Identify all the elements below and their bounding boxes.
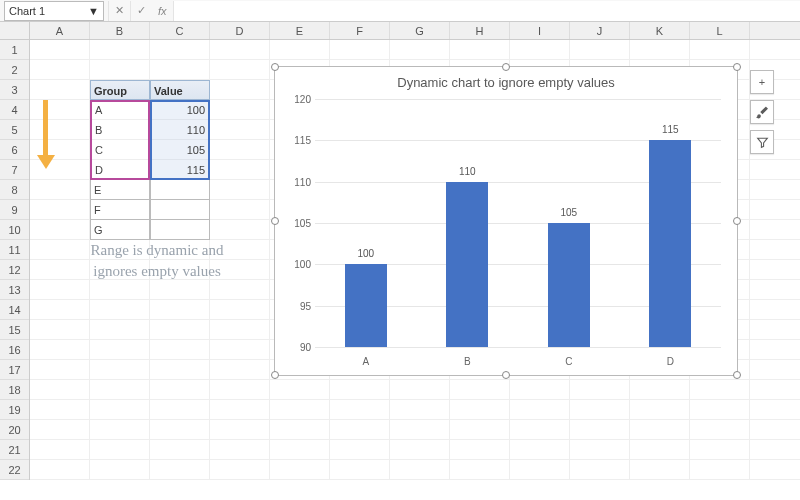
row-header[interactable]: 15 [0,320,29,340]
name-box-value: Chart 1 [9,5,45,17]
gridline [315,347,721,348]
grid: 1 2 3 4 5 6 7 8 9 10 11 12 13 14 15 16 1… [0,40,800,480]
row-header[interactable]: 22 [0,460,29,480]
formula-bar-input[interactable] [173,1,800,21]
cell-value[interactable]: 100 [152,100,208,120]
cell-value[interactable] [150,220,210,240]
row-header[interactable]: 11 [0,240,29,260]
name-box-dropdown-icon[interactable]: ▼ [88,5,99,17]
y-tick-label: 110 [294,176,311,187]
col-header[interactable]: C [150,22,210,39]
cancel-formula-icon[interactable]: ✕ [108,1,130,21]
cell-group[interactable]: C [92,140,148,160]
resize-handle-icon[interactable] [733,63,741,71]
y-tick-label: 90 [300,342,311,353]
resize-handle-icon[interactable] [502,63,510,71]
row-header[interactable]: 12 [0,260,29,280]
cell-group[interactable]: B [92,120,148,140]
row-header[interactable]: 18 [0,380,29,400]
cell-group[interactable]: E [90,180,150,200]
chart-add-element-button[interactable]: + [750,70,774,94]
row-header[interactable]: 13 [0,280,29,300]
cell-group[interactable]: G [90,220,150,240]
x-tick-label: C [518,356,620,367]
row-header[interactable]: 7 [0,160,29,180]
col-header[interactable]: K [630,22,690,39]
chart-bar[interactable]: 100 [345,264,387,347]
plus-icon: + [759,76,765,88]
row-header[interactable]: 19 [0,400,29,420]
col-header[interactable]: J [570,22,630,39]
resize-handle-icon[interactable] [733,217,741,225]
row-header[interactable]: 2 [0,60,29,80]
chart-filter-button[interactable] [750,130,774,154]
y-tick-label: 100 [294,259,311,270]
fx-icon[interactable]: fx [152,5,173,17]
row-header[interactable]: 14 [0,300,29,320]
chart-bar[interactable]: 115 [649,140,691,347]
row-header[interactable]: 17 [0,360,29,380]
cell-group[interactable]: D [92,160,148,180]
col-header[interactable]: L [690,22,750,39]
row-headers: 1 2 3 4 5 6 7 8 9 10 11 12 13 14 15 16 1… [0,40,30,480]
row-header[interactable]: 6 [0,140,29,160]
bar-data-label: 105 [548,207,590,218]
col-header[interactable]: F [330,22,390,39]
row-header[interactable]: 10 [0,220,29,240]
row-header[interactable]: 8 [0,180,29,200]
row-header[interactable]: 9 [0,200,29,220]
row-header[interactable]: 4 [0,100,29,120]
resize-handle-icon[interactable] [502,371,510,379]
chart-plot-area[interactable]: 9095100105110115120 ABCD 100110105115 [315,99,721,347]
chart-object[interactable]: Dynamic chart to ignore empty values 909… [274,66,738,376]
cell-value[interactable] [150,200,210,220]
y-axis: 9095100105110115120 [285,99,313,347]
formula-bar-row: Chart 1 ▼ ✕ ✓ fx [0,0,800,22]
cell-value[interactable]: 105 [152,140,208,160]
row-header[interactable]: 16 [0,340,29,360]
cell-value[interactable]: 110 [152,120,208,140]
row-header[interactable]: 5 [0,120,29,140]
column-headers: A B C D E F G H I J K L [0,22,800,40]
table-header-value[interactable]: Value [150,80,210,100]
row-header[interactable]: 3 [0,80,29,100]
table-header-group[interactable]: Group [90,80,150,100]
cell-value[interactable]: 115 [152,160,208,180]
y-tick-label: 105 [294,218,311,229]
col-header[interactable]: I [510,22,570,39]
cell-value[interactable] [150,180,210,200]
col-header[interactable]: A [30,22,90,39]
cells[interactable]: Group Value A 100 B 110 C 105 D 115 E F … [30,40,800,480]
col-header[interactable]: G [390,22,450,39]
row-header[interactable]: 21 [0,440,29,460]
col-header[interactable]: H [450,22,510,39]
y-tick-label: 120 [294,94,311,105]
gridline [315,99,721,100]
cell-group[interactable]: F [90,200,150,220]
funnel-icon [756,136,769,149]
cell-group[interactable]: A [92,100,148,120]
chart-side-buttons: + [750,70,774,154]
annotation-note: Range is dynamic and ignores empty value… [82,240,232,282]
chart-bar[interactable]: 105 [548,223,590,347]
name-box[interactable]: Chart 1 ▼ [4,1,104,21]
brush-icon [755,105,769,119]
resize-handle-icon[interactable] [271,371,279,379]
row-header[interactable]: 1 [0,40,29,60]
y-tick-label: 95 [300,300,311,311]
select-all-corner[interactable] [0,22,30,39]
chart-bar[interactable]: 110 [446,182,488,347]
col-header[interactable]: D [210,22,270,39]
col-header[interactable]: E [270,22,330,39]
row-header[interactable]: 20 [0,420,29,440]
resize-handle-icon[interactable] [271,217,279,225]
col-header[interactable]: B [90,22,150,39]
resize-handle-icon[interactable] [271,63,279,71]
chart-style-button[interactable] [750,100,774,124]
x-tick-label: D [620,356,722,367]
resize-handle-icon[interactable] [733,371,741,379]
bar-data-label: 115 [649,124,691,135]
accept-formula-icon[interactable]: ✓ [130,1,152,21]
x-tick-label: A [315,356,417,367]
down-arrow-icon [37,100,55,169]
